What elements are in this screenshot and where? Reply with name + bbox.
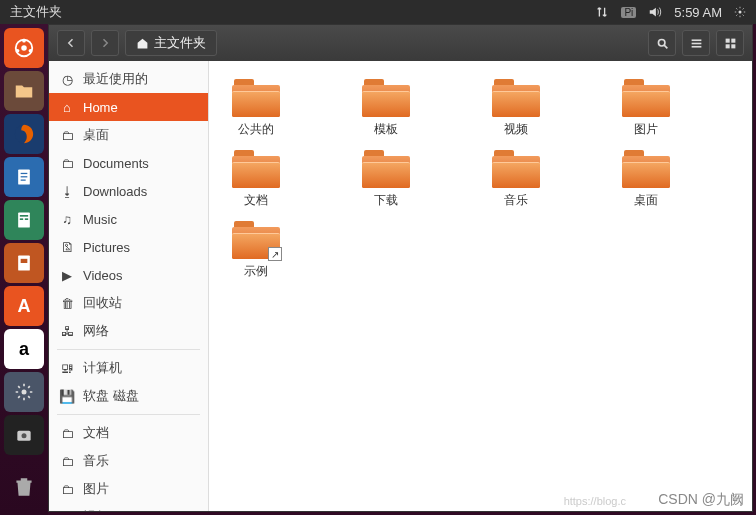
folder-icon (232, 77, 280, 117)
sidebar-item-videos[interactable]: ▶Videos (49, 261, 208, 289)
launcher-settings[interactable] (4, 372, 44, 412)
path-button[interactable]: 主文件夹 (125, 30, 217, 56)
file-label: 模板 (374, 121, 398, 138)
file-pane[interactable]: 公共的模板视频图片文档下载音乐桌面↗示例 (209, 61, 752, 511)
watermark: CSDN @九阙 (658, 491, 744, 509)
folder-icon (362, 148, 410, 188)
menu-bar: 主文件夹 Pi 5:59 AM (0, 0, 756, 24)
svg-point-0 (739, 11, 742, 14)
sidebar-item-computer[interactable]: 🖳计算机 (49, 354, 208, 382)
sidebar-item-pics2[interactable]: 🗀图片 (49, 475, 208, 503)
folder-icon: 🗀 (59, 454, 75, 469)
sidebar-item-videos2[interactable]: 🗀视频 (49, 503, 208, 511)
folder-icon: 🗀 (59, 128, 75, 143)
svg-rect-27 (731, 44, 735, 48)
svg-point-5 (16, 49, 20, 53)
sidebar-item-recent[interactable]: ◷最近使用的 (49, 65, 208, 93)
launcher-amazon[interactable]: a (4, 329, 44, 369)
sidebar-item-music[interactable]: ♫Music (49, 205, 208, 233)
sidebar-item-documents[interactable]: 🗀Documents (49, 149, 208, 177)
image-icon: 🖻 (59, 240, 75, 255)
sidebar-item-trash[interactable]: 🗑回收站 (49, 289, 208, 317)
system-tray: Pi 5:59 AM (595, 5, 746, 20)
trash-icon: 🗑 (59, 296, 75, 311)
volume-icon[interactable] (648, 5, 662, 19)
svg-point-4 (29, 49, 33, 53)
folder-icon (622, 77, 670, 117)
launcher-screenshot[interactable] (4, 415, 44, 455)
launcher-impress[interactable] (4, 243, 44, 283)
launcher-dash[interactable] (4, 28, 44, 68)
sidebar-item-docs2[interactable]: 🗀文档 (49, 419, 208, 447)
svg-point-20 (658, 39, 665, 46)
window-title: 主文件夹 (10, 3, 595, 21)
view-list-button[interactable] (682, 30, 710, 56)
view-grid-button[interactable] (716, 30, 744, 56)
home-icon (136, 37, 149, 50)
video-icon: ▶ (59, 268, 75, 283)
clock[interactable]: 5:59 AM (674, 5, 722, 20)
folder-icon (622, 148, 670, 188)
sidebar-item-pictures[interactable]: 🖻Pictures (49, 233, 208, 261)
network-icon: 🖧 (59, 324, 75, 339)
download-icon: ⭳ (59, 184, 75, 199)
input-method-icon[interactable]: Pi (621, 7, 636, 18)
file-label: 公共的 (238, 121, 274, 138)
toolbar: 主文件夹 (49, 25, 752, 61)
file-item[interactable]: 图片 (611, 77, 681, 138)
music-icon: ♫ (59, 212, 75, 227)
folder-icon (492, 148, 540, 188)
sidebar-item-home[interactable]: ⌂Home (49, 93, 208, 121)
folder-icon: ↗ (232, 219, 280, 259)
launcher-firefox[interactable] (4, 114, 44, 154)
sidebar: ◷最近使用的 ⌂Home 🗀桌面 🗀Documents ⭳Downloads ♫… (49, 61, 209, 511)
file-label: 下载 (374, 192, 398, 209)
file-item[interactable]: 音乐 (481, 148, 551, 209)
svg-rect-8 (21, 173, 28, 174)
launcher-writer[interactable] (4, 157, 44, 197)
sidebar-item-floppy[interactable]: 💾软盘 磁盘 (49, 382, 208, 410)
file-item[interactable]: 模板 (351, 77, 421, 138)
folder-icon: 🗀 (59, 426, 75, 441)
file-item[interactable]: 桌面 (611, 148, 681, 209)
file-label: 图片 (634, 121, 658, 138)
folder-icon (232, 148, 280, 188)
svg-rect-13 (20, 218, 23, 220)
file-item[interactable]: 文档 (221, 148, 291, 209)
folder-icon: 🗀 (59, 156, 75, 171)
launcher-trash[interactable] (4, 467, 44, 507)
folder-icon (492, 77, 540, 117)
path-label: 主文件夹 (154, 34, 206, 52)
launcher-software[interactable]: A (4, 286, 44, 326)
sidebar-item-downloads[interactable]: ⭳Downloads (49, 177, 208, 205)
launcher-calc[interactable] (4, 200, 44, 240)
sidebar-item-music2[interactable]: 🗀音乐 (49, 447, 208, 475)
network-icon[interactable] (595, 5, 609, 19)
svg-rect-9 (21, 176, 28, 177)
sidebar-item-desktop[interactable]: 🗀桌面 (49, 121, 208, 149)
launcher-files[interactable] (4, 71, 44, 111)
forward-button[interactable] (91, 30, 119, 56)
folder-icon: 🗀 (59, 482, 75, 497)
back-button[interactable] (57, 30, 85, 56)
svg-rect-12 (20, 215, 28, 217)
search-button[interactable] (648, 30, 676, 56)
computer-icon: 🖳 (59, 361, 75, 376)
svg-rect-22 (691, 42, 701, 44)
home-icon: ⌂ (59, 100, 75, 115)
file-item[interactable]: 下载 (351, 148, 421, 209)
sidebar-item-network[interactable]: 🖧网络 (49, 317, 208, 345)
file-item[interactable]: 视频 (481, 77, 551, 138)
disk-icon: 💾 (59, 389, 75, 404)
gear-icon[interactable] (734, 6, 746, 18)
clock-icon: ◷ (59, 72, 75, 87)
svg-point-2 (21, 45, 27, 51)
file-label: 示例 (244, 263, 268, 280)
svg-rect-14 (25, 218, 28, 220)
svg-rect-24 (725, 38, 729, 42)
file-item[interactable]: ↗示例 (221, 219, 291, 280)
svg-rect-26 (725, 44, 729, 48)
svg-point-19 (22, 433, 27, 438)
file-item[interactable]: 公共的 (221, 77, 291, 138)
separator (57, 349, 200, 350)
